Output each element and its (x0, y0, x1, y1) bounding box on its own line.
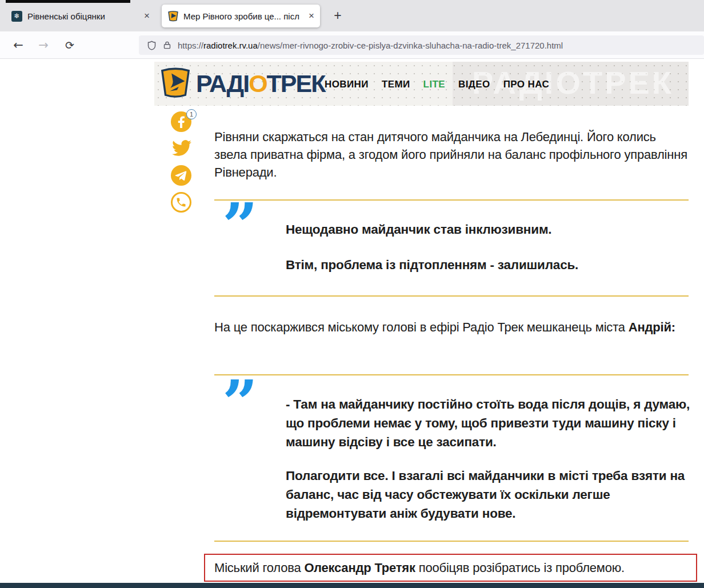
url-path: /news/mer-rivnogo-zrobiv-ce-pislya-dzvin… (258, 41, 563, 50)
window-top-accent (6, 0, 130, 3)
quote-1-paragraph-1: Нещодавно майданчик став інклюзивним. (286, 221, 690, 239)
shield-icon[interactable] (147, 40, 157, 51)
social-share-column: 1 (169, 111, 193, 213)
divider-line (214, 199, 689, 201)
quote-1-paragraph-2: Втім, проблема із підтопленням - залишил… (286, 256, 690, 274)
divider-line (214, 374, 689, 375)
reload-button[interactable]: ⟳ (59, 35, 80, 55)
quote-2-paragraph-1: - Там на майданчику постійно стоїть вода… (286, 395, 690, 451)
radiotrek-favicon-icon (167, 10, 179, 22)
url-bar[interactable]: https://radiotrek.rv.ua/news/mer-rivnogo… (139, 35, 704, 55)
twitter-icon (171, 150, 193, 159)
tab-rivnenski-obitsyanky[interactable]: ❄ Рівненські обіцянки × (6, 5, 155, 27)
quote-mark-icon: ” (222, 383, 258, 423)
facebook-icon (171, 124, 191, 134)
url-domain: radiotrek.rv.ua (203, 41, 258, 50)
bottom-section-edge (0, 583, 704, 588)
quote-mark-icon: ” (222, 206, 258, 246)
article-paragraph-highlight: Міський голова Олександр Третяк пообіцяв… (214, 559, 625, 577)
quote-block-1: Нещодавно майданчик став інклюзивним. Вт… (286, 221, 690, 274)
navigation-toolbar: ← → ⟳ https://radiotrek.rv.ua/news/mer-r… (0, 31, 704, 59)
snowflake-favicon-icon: ❄ (11, 11, 22, 22)
url-scheme: https:// (178, 41, 203, 50)
phone-icon (171, 192, 191, 213)
divider-line (214, 541, 689, 542)
forward-button[interactable]: → (33, 35, 54, 55)
tab-bar: ❄ Рівненські обіцянки × Мер Рівного зроб… (0, 0, 704, 31)
telegram-icon (171, 178, 191, 187)
highlighted-annotation-box: Міський голова Олександр Третяк пообіцяв… (204, 554, 697, 582)
article-paragraph-1: Рівняни скаржаться на стан дитячого майд… (214, 128, 689, 181)
divider-line (214, 295, 689, 297)
quote-block-2: - Там на майданчику постійно стоїть вода… (286, 395, 690, 523)
paragraph-2-bold-name: Андрій: (629, 320, 675, 334)
url-text: https://radiotrek.rv.ua/news/mer-rivnogo… (178, 41, 563, 50)
highlight-text-prefix: Міський голова (214, 561, 304, 575)
facebook-share-count-badge: 1 (186, 109, 197, 119)
radiotrek-logo-mark-icon (158, 66, 193, 101)
tab-close-icon[interactable]: × (144, 10, 150, 22)
article-paragraph-2: На це поскаржився міському голові в ефір… (214, 318, 689, 336)
highlight-text-suffix: пообіцяв розібратись із проблемою. (415, 561, 625, 575)
share-twitter-button[interactable] (171, 138, 191, 159)
new-tab-button[interactable]: + (329, 7, 346, 24)
quote-2-paragraph-2: Полагодити все. І взагалі всі майданчики… (286, 466, 690, 523)
article-body: Рівняни скаржаться на стан дитячого майд… (214, 59, 689, 588)
paragraph-2-text: На це поскаржився міському голові в ефір… (214, 320, 629, 334)
highlight-mayor-name: Олександр Третяк (304, 561, 415, 575)
lock-icon[interactable] (163, 40, 171, 50)
back-button[interactable]: ← (8, 35, 29, 55)
tab-title: Рівненські обіцянки (27, 11, 141, 21)
tab-mer-rivnogo-active[interactable]: Мер Рівного зробив це... післ × (162, 5, 320, 27)
share-telegram-button[interactable] (171, 165, 191, 186)
share-viber-button[interactable] (171, 192, 191, 213)
tab-close-icon[interactable]: × (309, 10, 314, 22)
page-content: РАДІОТРЕК РАДІОТРЕК НОВИНИ ТЕМИ LITE ВІД… (0, 59, 704, 588)
tab-title: Мер Рівного зробив це... післ (183, 11, 305, 21)
share-facebook-button[interactable]: 1 (171, 111, 191, 132)
